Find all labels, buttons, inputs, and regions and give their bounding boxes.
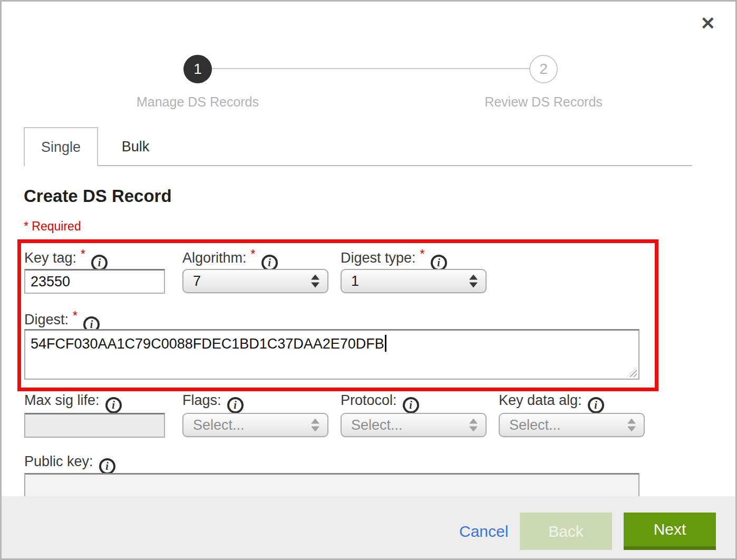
tab-bulk-label: Bulk [122,139,150,155]
select-stepper-icon [311,419,319,432]
max-sig-life-label-text: Max sig life: [24,392,100,408]
algorithm-label-text: Algorithm: [182,250,247,266]
algorithm-label: Algorithm:*i [182,247,278,271]
required-note: * Required [24,219,81,234]
protocol-label: Protocol:i [341,392,419,413]
info-glyph: i [98,257,101,269]
resize-grip-icon[interactable] [627,367,637,377]
select-stepper-icon [311,275,319,288]
back-button[interactable]: Back [520,513,612,550]
key-data-alg-label: Key data alg:i [499,392,604,413]
digest-type-label: Digest type:*i [341,247,447,271]
step-1-indicator: 1 [183,55,212,83]
flags-label-text: Flags: [182,392,221,408]
protocol-label-text: Protocol: [341,392,397,408]
info-glyph: i [268,257,271,269]
required-asterisk: * [251,247,256,261]
algorithm-select[interactable]: 7 [182,269,328,293]
key-data-alg-select[interactable]: Select... [499,413,645,437]
digest-label-text: Digest: [24,312,69,327]
info-icon[interactable]: i [227,397,244,413]
key-tag-label-text: Key tag: [24,250,76,266]
algorithm-select-value: 7 [193,273,201,289]
digest-value: 54FCF030AA1C79C0088FDEC1BD1C37DAA2E70DFB [31,336,384,352]
max-sig-life-label: Max sig life:i [24,392,122,413]
info-icon[interactable]: i [588,397,604,413]
key-data-alg-label-text: Key data alg: [499,392,582,408]
info-icon[interactable]: i [105,397,122,413]
digest-type-label-text: Digest type: [341,250,416,266]
next-button[interactable]: Next [624,513,716,550]
text-cursor [385,335,386,352]
stepper-connector [209,68,532,69]
dialog-footer: Cancel Back Next [2,496,735,558]
step-1-number: 1 [193,61,202,78]
select-stepper-icon [627,419,636,432]
info-icon[interactable]: i [403,397,419,413]
digest-type-select[interactable]: 1 [341,269,487,293]
step-1-label: Manage DS Records [103,94,293,110]
max-sig-life-input[interactable] [24,413,165,438]
key-tag-input[interactable] [24,269,165,294]
flags-label: Flags:i [182,392,244,413]
cancel-button[interactable]: Cancel [459,513,508,550]
protocol-select[interactable]: Select... [341,413,487,437]
create-ds-record-dialog: ✕ 1 2 Manage DS Records Review DS Record… [0,0,737,560]
info-icon[interactable]: i [99,458,115,475]
info-glyph: i [105,460,109,472]
tab-bulk[interactable]: Bulk [98,127,173,166]
tab-single-label: Single [41,139,81,156]
info-glyph: i [594,399,597,411]
back-button-label: Back [548,523,584,540]
select-stepper-icon [469,419,478,432]
key-data-alg-select-value: Select... [509,417,561,433]
required-asterisk: * [420,247,425,261]
info-glyph: i [234,399,237,411]
close-icon[interactable]: ✕ [701,14,716,32]
step-2-number: 2 [539,61,548,78]
info-glyph: i [437,257,440,269]
flags-select[interactable]: Select... [182,413,328,437]
public-key-label-text: Public key: [24,453,93,469]
public-key-label: Public key:i [24,453,115,475]
digest-textarea[interactable]: 54FCF030AA1C79C0088FDEC1BD1C37DAA2E70DFB [24,329,639,380]
protocol-select-value: Select... [351,417,403,433]
required-asterisk: * [73,309,77,323]
page-title: Create DS Record [24,186,172,206]
step-2-indicator: 2 [529,55,558,83]
select-stepper-icon [469,275,478,288]
info-glyph: i [409,399,412,411]
key-tag-label: Key tag:*i [24,247,108,271]
required-asterisk: * [81,247,85,261]
flags-select-value: Select... [193,417,245,433]
info-glyph: i [112,399,115,411]
digest-type-select-value: 1 [351,273,359,289]
step-2-label: Review DS Records [449,94,638,110]
tab-single[interactable]: Single [24,127,98,166]
next-button-label: Next [654,520,686,538]
